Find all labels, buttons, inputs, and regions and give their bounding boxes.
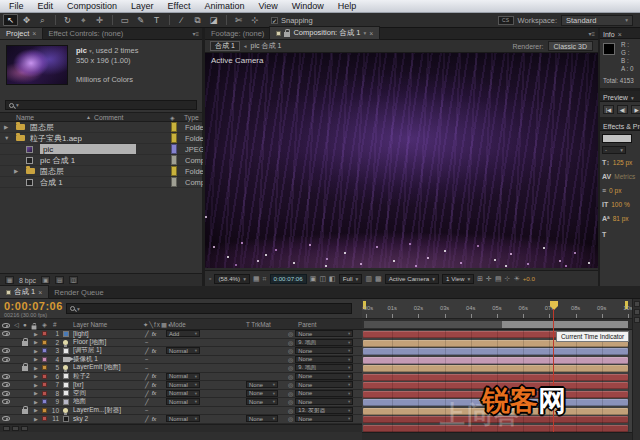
show-snapshot-icon[interactable]: ◫	[319, 275, 326, 283]
twirl-icon[interactable]: ▶	[34, 407, 38, 415]
kerning-value[interactable]: Metrics	[614, 173, 635, 180]
graph-editor-button[interactable]	[634, 317, 640, 323]
menu-item-help[interactable]: Help	[331, 1, 364, 11]
mask-visibility-icon[interactable]: ⌗	[263, 275, 267, 283]
layer-duration-bar[interactable]	[363, 357, 628, 364]
twirl-icon[interactable]: ▶	[34, 381, 38, 389]
vertical-scale-value[interactable]: 100 %	[611, 201, 629, 208]
safe-areas-icon[interactable]: ▦	[253, 275, 260, 283]
region-of-interest-icon[interactable]: ▥	[365, 275, 372, 283]
font-family-field[interactable]	[602, 134, 632, 143]
blend-mode-dropdown[interactable]: Normal▾	[166, 381, 200, 389]
twirl-icon[interactable]: ▶	[34, 347, 38, 355]
viewer-timecode[interactable]: 0:00:07:06	[270, 274, 307, 284]
type-tool-tool[interactable]: T	[149, 14, 164, 26]
exposure-value[interactable]: +0.0	[523, 275, 535, 282]
selection-tool[interactable]: ↖	[3, 14, 18, 26]
layer-switches[interactable]: ╱fx	[145, 330, 156, 338]
timeline-layer-row[interactable]: ▶ 3 [调节层 1] ╱fx Normal▾ ▾ ◎None▾	[0, 347, 362, 356]
lock-icon[interactable]	[22, 407, 28, 415]
project-item-row[interactable]: pic JPEG	[0, 144, 202, 155]
layer-switches[interactable]: ╱fx	[145, 373, 156, 381]
label-color-swatch[interactable]	[42, 330, 47, 338]
label-column-icon[interactable]: ◈	[170, 114, 175, 121]
visibility-eye-icon[interactable]	[2, 356, 10, 364]
menu-item-file[interactable]: File	[2, 1, 31, 11]
time-ruler[interactable]: 0:00s01s02s03s04s05s06s07s08s09s10s	[362, 299, 632, 319]
menu-item-layer[interactable]: Layer	[124, 1, 161, 11]
interpret-footage-icon[interactable]: ▦	[5, 276, 14, 284]
layer-switches[interactable]: ╱	[145, 398, 149, 406]
magnification-dropdown[interactable]: (58.4%)▾	[214, 274, 249, 284]
timeline-layer-row[interactable]: ▶ 6 粒子2 ╱fx Normal▾ ▾ ◎None▾	[0, 373, 362, 382]
twirl-icon[interactable]: ▶	[34, 398, 38, 406]
camera-dropdown[interactable]: Active Camera▾	[385, 274, 439, 284]
layer-switches[interactable]: ╱fx	[145, 390, 156, 398]
project-item-row[interactable]: ▶ 固态层 Folder	[0, 166, 202, 177]
parent-dropdown[interactable]: ◎9. 地面▾	[288, 339, 353, 347]
blend-mode-dropdown[interactable]: Normal▾	[166, 415, 200, 423]
label-color-swatch[interactable]	[42, 407, 47, 415]
pixel-aspect-icon[interactable]: ⊞	[477, 275, 483, 283]
new-folder-icon[interactable]: ▣	[41, 276, 50, 284]
blend-mode-dropdown[interactable]: Normal▾	[166, 373, 200, 381]
fast-previews-icon[interactable]: ✛	[486, 275, 492, 283]
parent-dropdown[interactable]: ◎None▾	[288, 398, 353, 406]
timeline-layer-row[interactable]: ▶ 10 LayerEm...[射器] − ▾ ▾ ◎13. 发射器▾	[0, 407, 362, 416]
expand-layer-switches-toggle[interactable]	[3, 426, 10, 431]
font-size-value[interactable]: 125 px	[613, 159, 633, 166]
trkmat-dropdown[interactable]: None▾	[246, 415, 278, 423]
twirl-icon[interactable]: ▶	[34, 415, 38, 423]
snapshot-icon[interactable]: ▣	[310, 275, 317, 283]
col-mode[interactable]: Mode	[170, 321, 186, 328]
channels-icon[interactable]: ◧	[329, 275, 336, 283]
comp-button[interactable]	[634, 309, 640, 315]
timeline-layer-row[interactable]: ▶ 5 LayerEmit [地面] − ▾ ▾ ◎9. 地面▾	[0, 364, 362, 373]
project-item-row[interactable]: ▶ 固态层 Folder	[0, 122, 202, 133]
renderer-button[interactable]: Classic 3D	[548, 41, 593, 51]
unified-camera-tool[interactable]: ⌖	[76, 14, 91, 26]
crumb-parent-comp[interactable]: pic 合成 1	[251, 41, 282, 51]
project-item-row[interactable]: 合成 1 Comp	[0, 177, 202, 188]
expand-transfer-controls-toggle[interactable]	[12, 426, 19, 431]
workspace-dropdown[interactable]: Standard ▾	[561, 15, 633, 26]
menu-item-view[interactable]: View	[251, 1, 284, 11]
twirl-icon[interactable]: ▶	[14, 166, 18, 176]
layer-name[interactable]: 地面	[73, 398, 141, 406]
label-color-swatch[interactable]	[171, 155, 177, 165]
trkmat-dropdown[interactable]: None▾	[246, 381, 278, 389]
footage-thumbnail[interactable]	[6, 45, 68, 85]
blend-mode-dropdown[interactable]: Add▾	[166, 330, 200, 338]
label-color-swatch[interactable]	[42, 381, 47, 389]
visibility-eye-icon[interactable]	[2, 347, 10, 355]
label-color-swatch[interactable]	[171, 144, 177, 154]
layer-switches[interactable]: −	[145, 407, 149, 415]
parent-dropdown[interactable]: ◎None▾	[288, 356, 353, 364]
current-timecode[interactable]: 0:00:07:06	[4, 300, 63, 312]
leading-value[interactable]: 0 px	[609, 187, 621, 194]
twirl-icon[interactable]: ▶	[34, 364, 38, 372]
layer-name[interactable]: LayerEm...[射器]	[73, 407, 141, 415]
always-preview-icon[interactable]: ▫	[209, 275, 211, 282]
layer-name[interactable]: [light]	[73, 330, 141, 338]
project-item-row[interactable]: ▼ 粒子宝典1.aep Folder	[0, 133, 202, 144]
label-color-swatch[interactable]	[171, 122, 177, 132]
visibility-eye-icon[interactable]	[2, 373, 10, 381]
col-comment[interactable]: Comment	[94, 114, 123, 121]
layer-duration-bar[interactable]	[363, 374, 628, 381]
visibility-eye-icon[interactable]	[2, 390, 10, 398]
col-type[interactable]: Type	[184, 114, 199, 121]
view-layout-dropdown[interactable]: 1 View▾	[442, 274, 474, 284]
exposure-icon[interactable]: ☀	[513, 275, 519, 283]
tab-composition[interactable]: Composition: 合成 1 ▾ ×	[270, 27, 379, 39]
tab-timeline-comp[interactable]: 合成 1 ×	[0, 286, 48, 298]
layer-name[interactable]: LayerEmit [地面]	[73, 364, 141, 372]
menu-item-animation[interactable]: Animation	[197, 1, 251, 11]
parent-dropdown[interactable]: ◎None▾	[288, 415, 353, 423]
puppet-pin-tool[interactable]: ⊹	[247, 14, 262, 26]
layer-duration-bar[interactable]	[363, 365, 628, 372]
parent-dropdown[interactable]: ◎None▾	[288, 330, 353, 338]
eraser-tool[interactable]: ◪	[206, 14, 221, 26]
close-icon[interactable]: ×	[369, 30, 373, 37]
layer-name[interactable]: Floor [地面]	[73, 339, 141, 347]
